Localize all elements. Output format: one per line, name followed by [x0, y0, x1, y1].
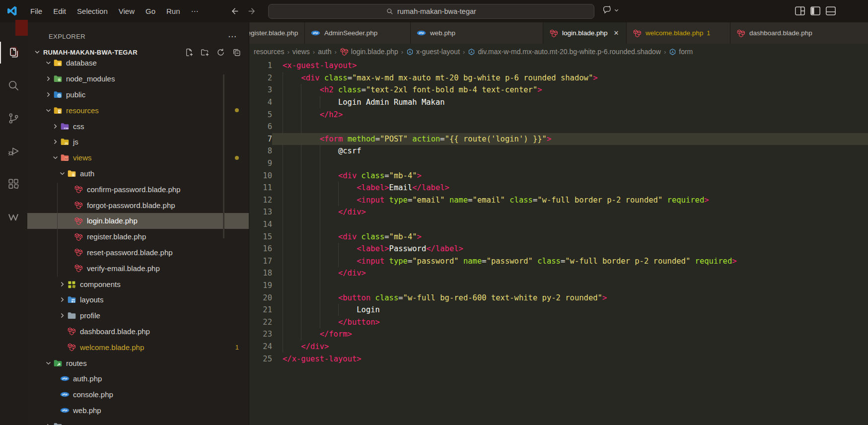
workspace-section-header[interactable]: RUMAH-MAKAN-BWA-TEGAR: [27, 45, 249, 59]
code-line-15[interactable]: 15<div class="mb-4">: [249, 230, 868, 243]
menu-file[interactable]: File: [25, 0, 48, 22]
line-number[interactable]: 8: [249, 146, 272, 155]
chevron-right-icon[interactable]: [51, 138, 60, 145]
line-number[interactable]: 14: [249, 220, 272, 229]
line-number[interactable]: 5: [249, 110, 272, 119]
line-number[interactable]: 22: [249, 318, 272, 327]
chevron-right-icon[interactable]: [44, 423, 53, 425]
collapse-all-icon[interactable]: [232, 48, 241, 57]
chevron-down-icon[interactable]: [44, 359, 53, 367]
tree-item-public[interactable]: public: [27, 87, 249, 103]
code-line-16[interactable]: 16<label>Password</label>: [249, 243, 868, 255]
line-number[interactable]: 10: [249, 171, 272, 180]
breadcrumb-form[interactable]: form: [669, 48, 693, 56]
line-number[interactable]: 3: [249, 85, 272, 94]
tree-item-forgot-password.blade.php[interactable]: forgot-password.blade.php: [27, 197, 249, 213]
line-number[interactable]: 15: [249, 232, 272, 241]
activity-source-control[interactable]: [0, 102, 27, 135]
tree-item-dashboard.blade.php[interactable]: dashboard.blade.php: [27, 324, 249, 340]
code-line-3[interactable]: 3<h2 class="text-2xl font-bold mb-4 text…: [249, 84, 868, 96]
code-line-25[interactable]: 25</x-guest-layout>: [249, 353, 868, 365]
tree-item-confirm-password.blade.php[interactable]: confirm-password.blade.php: [27, 181, 249, 197]
line-number[interactable]: 13: [249, 208, 272, 216]
menu-overflow[interactable]: ⋯: [186, 0, 204, 22]
code-line-18[interactable]: 18</div>: [249, 267, 868, 280]
new-file-icon[interactable]: [185, 48, 193, 57]
line-number[interactable]: 25: [249, 354, 272, 363]
chevron-right-icon[interactable]: [58, 281, 67, 288]
tree-item-views[interactable]: <>views: [27, 150, 249, 166]
breadcrumb-resources[interactable]: resources: [254, 48, 284, 56]
forward-arrow-icon[interactable]: [247, 7, 256, 15]
tree-item-profile[interactable]: profile: [27, 308, 249, 324]
tree-scrollbar[interactable]: [223, 74, 224, 238]
code-line-10[interactable]: 10<div class="mb-4">: [249, 169, 868, 182]
tree-item-resources[interactable]: resources: [27, 102, 249, 118]
code-line-13[interactable]: 13</div>: [249, 206, 868, 218]
tab-register.blade.php[interactable]: register.blade.php: [249, 22, 305, 44]
chevron-right-icon[interactable]: [44, 91, 53, 98]
code-line-9[interactable]: 9: [249, 157, 868, 170]
line-number[interactable]: 23: [249, 330, 272, 339]
tree-item-console.php[interactable]: phpconsole.php: [27, 387, 249, 403]
close-icon[interactable]: ✕: [614, 29, 619, 37]
chevron-down-icon[interactable]: [44, 59, 53, 67]
tree-item-js[interactable]: JSjs: [27, 134, 249, 150]
tree-item-auth.php[interactable]: phpauth.php: [27, 371, 249, 387]
chevron-down-icon[interactable]: [58, 170, 67, 177]
code-line-6[interactable]: 6: [249, 121, 868, 133]
line-number[interactable]: 20: [249, 293, 272, 302]
code-line-24[interactable]: 24</div>: [249, 341, 868, 353]
tree-item-login.blade.php[interactable]: login.blade.php: [27, 213, 249, 229]
activity-extensions[interactable]: [0, 167, 27, 200]
tree-item-routes[interactable]: routes: [27, 355, 249, 371]
tree-item-css[interactable]: csscss: [27, 118, 249, 134]
tab-login.blade.php[interactable]: login.blade.php✕: [543, 22, 627, 44]
line-number[interactable]: 1: [249, 61, 272, 70]
line-number[interactable]: 17: [249, 257, 272, 266]
tree-item-welcome.blade.php[interactable]: welcome.blade.php1: [27, 339, 249, 355]
menu-edit[interactable]: Edit: [48, 0, 72, 22]
chevron-down-icon[interactable]: [51, 154, 60, 161]
tree-item-node_modules[interactable]: node_modules: [27, 71, 249, 87]
back-arrow-icon[interactable]: [231, 7, 239, 15]
code-line-2[interactable]: 2<div class="max-w-md mx-auto mt-20 bg-w…: [249, 72, 868, 84]
line-number[interactable]: 7: [249, 135, 272, 143]
copilot-menu[interactable]: [602, 5, 619, 15]
code-line-8[interactable]: 8@csrf: [249, 145, 868, 157]
command-center-search[interactable]: rumah-makan-bwa-tegar: [268, 4, 594, 19]
breadcrumb-views[interactable]: views: [292, 48, 310, 56]
code-line-11[interactable]: 11<label>Email</label>: [249, 182, 868, 194]
menu-run[interactable]: Run: [161, 0, 186, 22]
activity-search[interactable]: [0, 69, 27, 102]
tree-item-auth[interactable]: auth: [27, 166, 249, 182]
menu-go[interactable]: Go: [140, 0, 161, 22]
new-folder-icon[interactable]: [201, 48, 209, 57]
code-line-19[interactable]: 19: [249, 280, 868, 292]
code-line-5[interactable]: 5</h2>: [249, 108, 868, 121]
tree-item-clipped[interactable]: [27, 418, 249, 425]
code-line-17[interactable]: 17<input type="password" name="password"…: [249, 255, 868, 268]
code-line-21[interactable]: 21Login: [249, 304, 868, 316]
code-line-1[interactable]: 1<x-guest-layout>: [249, 60, 868, 72]
breadcrumb-div.max-w-md.mx-auto.mt-20.bg-white.p-6.rounded.shadow[interactable]: div.max-w-md.mx-auto.mt-20.bg-white.p-6.…: [468, 48, 661, 56]
chevron-right-icon[interactable]: [51, 123, 60, 130]
code-line-4[interactable]: 4Login Admin Rumah Makan: [249, 96, 868, 109]
line-number[interactable]: 12: [249, 196, 272, 205]
tree-item-verify-email.blade.php[interactable]: verify-email.blade.php: [27, 260, 249, 276]
activity-run-and-debug[interactable]: [0, 135, 27, 167]
breadcrumb-login.blade.php[interactable]: login.blade.php: [340, 47, 398, 56]
tree-item-components[interactable]: components: [27, 276, 249, 292]
line-number[interactable]: 16: [249, 244, 272, 253]
code-line-12[interactable]: 12<input type="email" name="email" class…: [249, 194, 868, 207]
explorer-more-actions-icon[interactable]: ⋯: [228, 31, 237, 42]
toggle-sidebar-icon[interactable]: [810, 5, 821, 16]
split-editor-icon[interactable]: [795, 5, 805, 16]
code-line-22[interactable]: 22</button>: [249, 316, 868, 328]
line-number[interactable]: 9: [249, 159, 272, 168]
code-line-20[interactable]: 20<button class="w-full bg-red-600 text-…: [249, 291, 868, 304]
tab-dashboard.blade.php[interactable]: dashboard.blade.php: [730, 22, 868, 44]
tree-item-reset-password.blade.php[interactable]: reset-password.blade.php: [27, 245, 249, 261]
code-line-7[interactable]: 7<form method="POST" action="{{ route('l…: [249, 133, 868, 145]
breadcrumb-auth[interactable]: auth: [318, 48, 331, 56]
